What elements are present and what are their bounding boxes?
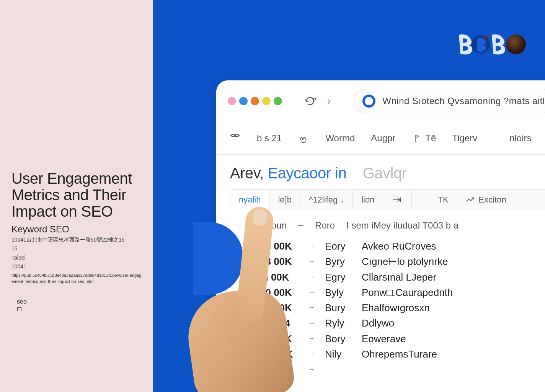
toolbar-item-1[interactable] bbox=[229, 132, 241, 144]
page-heading: Arev, Eaycaoor in Gavlqr bbox=[230, 165, 545, 182]
traffic-light-pink[interactable] bbox=[228, 97, 236, 105]
forward-chevron-icon[interactable]: › bbox=[327, 95, 331, 107]
expand-icon bbox=[17, 307, 21, 311]
result-row[interactable]: 13 00K→ByryCıgne⊢lo ptolynrke bbox=[260, 254, 545, 269]
toolbar-item-4[interactable]: Wormd bbox=[325, 133, 355, 144]
result-row[interactable]: 17 004→RylyDdlywo bbox=[260, 315, 545, 331]
filter-2[interactable]: le]b bbox=[269, 190, 300, 210]
article-subtitle: Keyword SEO bbox=[11, 224, 142, 235]
subrow-c: I sem iMey iludual T003 b a bbox=[346, 220, 459, 231]
browser-window: › Wnind Sıotech Qvsamoning ?mats aitl b … bbox=[216, 80, 545, 392]
result-row[interactable]: 32 00K→BuryEhalfowıgrosxn bbox=[260, 300, 545, 315]
arrow-icon: → bbox=[308, 364, 315, 375]
toolbar-item-3[interactable] bbox=[298, 132, 309, 144]
filter-7[interactable]: Exciton bbox=[457, 190, 515, 210]
filter-1[interactable]: nyalih bbox=[230, 190, 269, 210]
sub-header-row: Hy oun Roro I sem iMey iludual T003 b a bbox=[230, 220, 545, 231]
main-content: Arev, Eaycaoor in Gavlqr nyalih le]b ^12… bbox=[216, 155, 545, 377]
logo-glyph-3 bbox=[488, 33, 507, 56]
toolbar-item-6[interactable]: Tē bbox=[411, 132, 436, 144]
traffic-light-green[interactable] bbox=[274, 97, 282, 105]
traffic-lights bbox=[228, 97, 282, 105]
arrow-icon: → bbox=[308, 241, 315, 252]
reload-icon[interactable] bbox=[305, 96, 317, 106]
meta-zip: 10041 bbox=[11, 263, 142, 271]
heading-accent: Eaycaoor in bbox=[268, 165, 347, 181]
traffic-light-yellow[interactable] bbox=[262, 97, 271, 105]
arrow-icon: → bbox=[308, 302, 315, 313]
address-bar[interactable]: Wnind Sıotech Qvsamoning ?mats aitl bbox=[354, 89, 545, 113]
arrow-icon: → bbox=[308, 256, 315, 267]
arrow-icon: → bbox=[308, 318, 315, 329]
toolbar-item-8[interactable]: nloirs bbox=[509, 133, 531, 144]
toolbar-item-2[interactable]: b s 21 bbox=[257, 133, 282, 144]
result-row[interactable]: 8E 00K→ bbox=[260, 362, 545, 377]
svg-point-1 bbox=[484, 36, 488, 39]
logo-cluster bbox=[455, 33, 526, 56]
filter-4[interactable]: lion bbox=[353, 190, 383, 210]
arrow-icon: → bbox=[308, 272, 315, 283]
filter-6[interactable]: TK bbox=[429, 190, 457, 210]
result-row[interactable]: 8I 00K→EgryCllarsınal LJeper bbox=[260, 270, 545, 285]
filter-gap bbox=[412, 190, 429, 210]
hero-panel: › Wnind Sıotech Qvsamoning ?mats aitl b … bbox=[153, 0, 545, 392]
secondary-toolbar: b s 21 Wormd Augpr Tē Tigerv nloirs Kura… bbox=[216, 122, 545, 155]
filter-5[interactable] bbox=[383, 190, 412, 210]
arrow-icon: → bbox=[308, 333, 315, 344]
traffic-light-blue[interactable] bbox=[239, 97, 248, 105]
article-title: User Engagement Metrics and Their Impact… bbox=[11, 170, 142, 220]
meta-tag: seo bbox=[17, 298, 142, 305]
svg-point-2 bbox=[313, 98, 316, 100]
left-sidebar-panel: User Engagement Metrics and Their Impact… bbox=[0, 0, 153, 392]
subrow-b: Roro bbox=[315, 220, 335, 231]
result-row[interactable]: S0 00K→NilyOhrepemsTurare bbox=[260, 346, 545, 362]
toolbar-item-5[interactable]: Augpr bbox=[371, 133, 395, 144]
heading-muted: Gavlqr bbox=[363, 165, 407, 181]
avatar-icon bbox=[506, 34, 526, 54]
meta-url: https://pub-5c454f571b8e40a3a2aad27ade84… bbox=[11, 272, 142, 285]
meta-number: 15 bbox=[11, 245, 142, 253]
result-row[interactable]: 80 00K→BylyPonw□.Caurapednth bbox=[260, 285, 545, 300]
meta-city: Taipei bbox=[11, 254, 142, 262]
arrow-icon: → bbox=[308, 349, 315, 359]
result-row[interactable]: 32 00K→BoryEowerave bbox=[260, 331, 545, 346]
address-bar-text: Wnind Sıotech Qvsamoning ?mats aitl bbox=[382, 96, 545, 106]
meta-address: 10041台北市中正區忠孝西路一段50號22樓之15 bbox=[11, 236, 142, 244]
filter-3[interactable]: ^12lifeg ↓ bbox=[300, 190, 353, 210]
subrow-a: Hy oun bbox=[258, 220, 287, 231]
result-rows: 68 00K→EoryAvkeo RuCroves 13 00K→ByryCıg… bbox=[230, 238, 545, 377]
toolbar-item-7[interactable]: Tigerv bbox=[452, 133, 477, 144]
arrow-icon: → bbox=[308, 287, 315, 298]
filter-bar: nyalih le]b ^12lifeg ↓ lion TK Exciton bbox=[230, 189, 545, 210]
underline-icon bbox=[298, 225, 304, 226]
search-ring-icon bbox=[362, 95, 375, 108]
heading-pre: Arev, bbox=[230, 165, 264, 181]
result-row[interactable]: 68 00K→EoryAvkeo RuCroves bbox=[260, 238, 545, 254]
traffic-light-orange[interactable] bbox=[251, 97, 259, 105]
window-chrome-bar: › Wnind Sıotech Qvsamoning ?mats aitl bbox=[216, 80, 545, 122]
